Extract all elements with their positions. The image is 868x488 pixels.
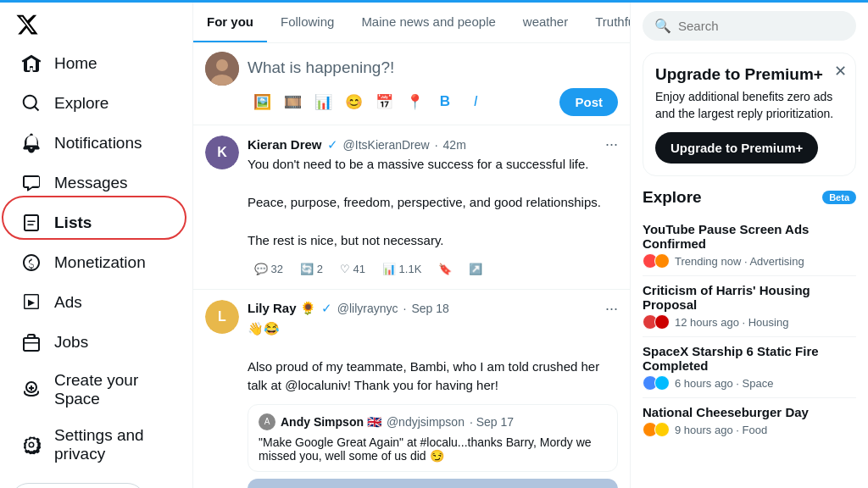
trend-item[interactable]: Criticism of Harris' Housing Proposal12 … — [643, 276, 856, 337]
sidebar-item-monetization[interactable]: Monetization — [7, 243, 186, 282]
svg-point-1 — [216, 59, 228, 71]
emoji-icon[interactable]: 😊 — [339, 87, 368, 116]
tweet-image — [248, 479, 618, 489]
ads-icon — [20, 291, 42, 313]
sidebar-item-notifications[interactable]: Notifications — [7, 124, 186, 163]
trend-title: Criticism of Harris' Housing Proposal — [643, 283, 856, 312]
trend-item[interactable]: YouTube Pause Screen Ads ConfirmedTrendi… — [643, 215, 856, 276]
tweet-more-button[interactable]: ··· — [605, 136, 618, 153]
trend-item[interactable]: National Cheeseburger Day9 hours ago · F… — [643, 398, 856, 444]
trend-meta-text: 9 hours ago · Food — [675, 424, 767, 436]
tab-following[interactable]: Following — [267, 3, 348, 42]
tweet-action-button[interactable]: 🔖 — [431, 259, 459, 279]
sidebar: HomeExploreNotificationsMessagesListsMon… — [0, 3, 193, 488]
compose-toolbar: 🖼️ 🎞️ 📊 😊 📅 📍 B I Post — [248, 87, 618, 116]
tab-maine-news[interactable]: Maine news and people — [348, 3, 509, 42]
notifications-icon — [20, 132, 42, 154]
quoted-time: · Sep 17 — [470, 415, 514, 429]
monetization-icon — [20, 252, 42, 274]
create-space-icon — [20, 379, 42, 401]
trend-avatars — [643, 375, 670, 391]
trend-avatars — [643, 253, 670, 269]
trend-meta: Trending now · Advertising — [643, 253, 856, 269]
tab-truthful-media[interactable]: Truthful media — [581, 3, 630, 42]
quoted-tweet[interactable]: AAndy Simpson 🇬🇧@ndyjsimpson· Sep 17"Mak… — [248, 404, 618, 472]
tweet-avatar[interactable]: L — [205, 300, 239, 334]
sidebar-item-jobs[interactable]: Jobs — [7, 323, 186, 362]
tweet-time: Sep 18 — [411, 302, 448, 315]
gif-icon[interactable]: 🎞️ — [278, 87, 307, 116]
sidebar-item-label: Create your Space — [54, 371, 172, 408]
explore-section: Explore Beta YouTube Pause Screen Ads Co… — [643, 188, 856, 444]
sidebar-item-settings[interactable]: Settings and privacy — [7, 418, 186, 472]
trend-avatars — [643, 314, 670, 330]
trend-avatar — [654, 314, 670, 330]
tweet-feed: KKieran Drew✓@ItsKieranDrew·42m···You do… — [193, 125, 630, 488]
trend-avatar — [654, 375, 670, 391]
tweet-text: 👋😂Also proud of my teammate, Bambi, who … — [248, 319, 618, 396]
tweet-content: Kieran Drew✓@ItsKieranDrew·42m···You don… — [248, 136, 618, 279]
beta-badge: Beta — [822, 191, 856, 204]
sidebar-item-ads[interactable]: Ads — [7, 283, 186, 322]
tweet-action-button[interactable]: 💬 32 — [248, 259, 290, 279]
sidebar-cta-button[interactable] — [10, 483, 146, 488]
tweet-author-name[interactable]: Kieran Drew — [248, 137, 322, 152]
search-icon: 🔍 — [654, 18, 671, 34]
schedule-icon[interactable]: 📅 — [370, 87, 398, 116]
upgrade-button[interactable]: Upgrade to Premium+ — [655, 132, 818, 164]
settings-icon — [20, 434, 42, 456]
trend-meta: 6 hours ago · Space — [643, 375, 856, 391]
trend-meta: 9 hours ago · Food — [643, 422, 856, 437]
trend-item[interactable]: SpaceX Starship 6 Static Fire Completed6… — [643, 337, 856, 398]
svg-rect-3 — [348, 479, 518, 489]
tweet-more-button[interactable]: ··· — [605, 300, 618, 318]
media-icon[interactable]: 🖼️ — [248, 87, 276, 116]
search-input[interactable] — [678, 19, 844, 33]
sidebar-item-label: Notifications — [54, 134, 142, 152]
tweet-item: LLily Ray 🌻✓@lilyraynyc·Sep 18···👋😂Also … — [193, 290, 630, 489]
quoted-avatar: A — [259, 413, 275, 430]
lists-icon — [20, 212, 42, 234]
poll-icon[interactable]: 📊 — [309, 87, 337, 116]
tab-for-you[interactable]: For you — [193, 3, 267, 42]
tweet-author-name[interactable]: Lily Ray 🌻 — [248, 301, 316, 316]
verified-badge: ✓ — [327, 137, 338, 152]
close-icon[interactable]: ✕ — [834, 62, 847, 80]
trend-avatar — [654, 422, 670, 437]
trend-avatar — [654, 253, 670, 269]
trend-title: National Cheeseburger Day — [643, 405, 856, 419]
tweet-action-button[interactable]: 🔄 2 — [293, 259, 330, 279]
sidebar-item-create-space[interactable]: Create your Space — [7, 363, 186, 417]
sidebar-item-messages[interactable]: Messages — [7, 164, 186, 202]
tweet-action-button[interactable]: 📊 1.1K — [376, 259, 428, 279]
compose-right: What is happening?! 🖼️ 🎞️ 📊 😊 📅 📍 B I Po… — [248, 52, 618, 116]
sidebar-item-label: Jobs — [54, 333, 88, 352]
sidebar-item-lists[interactable]: Lists — [7, 203, 186, 242]
sidebar-item-label: Monetization — [54, 253, 146, 272]
tab-weather[interactable]: weather — [509, 3, 581, 42]
search-bar[interactable]: 🔍 — [643, 11, 856, 41]
sidebar-item-label: Lists — [54, 214, 92, 232]
explore-header: Explore Beta — [643, 188, 856, 207]
tweet-avatar[interactable]: K — [205, 136, 239, 169]
tweet-action-button[interactable]: ↗️ — [462, 259, 489, 279]
right-sidebar: 🔍 ✕ Upgrade to Premium+ Enjoy additional… — [631, 3, 868, 488]
location-icon[interactable]: 📍 — [400, 87, 429, 116]
compose-placeholder[interactable]: What is happening?! — [248, 52, 618, 80]
x-logo[interactable] — [10, 13, 44, 36]
sidebar-item-home[interactable]: Home — [7, 44, 186, 83]
tweet-content: Lily Ray 🌻✓@lilyraynyc·Sep 18···👋😂Also p… — [248, 300, 618, 489]
trend-title: SpaceX Starship 6 Static Fire Completed — [643, 344, 856, 373]
italic-icon[interactable]: I — [461, 87, 490, 116]
trend-meta: 12 hours ago · Housing — [643, 314, 856, 330]
sidebar-item-explore[interactable]: Explore — [7, 84, 186, 123]
tweet-handle: @lilyraynyc — [337, 302, 398, 315]
tweet-header: Lily Ray 🌻✓@lilyraynyc·Sep 18··· — [248, 300, 618, 318]
quoted-text: "Make Google Great Again" at #localu...t… — [259, 435, 607, 463]
tweet-action-button[interactable]: ♡ 41 — [333, 259, 372, 279]
bold-icon[interactable]: B — [431, 87, 459, 116]
premium-description: Enjoy additional benefits zero ads and t… — [655, 89, 843, 122]
post-button[interactable]: Post — [559, 88, 618, 116]
tweet-header: Kieran Drew✓@ItsKieranDrew·42m··· — [248, 136, 618, 153]
explore-title: Explore — [643, 188, 702, 207]
